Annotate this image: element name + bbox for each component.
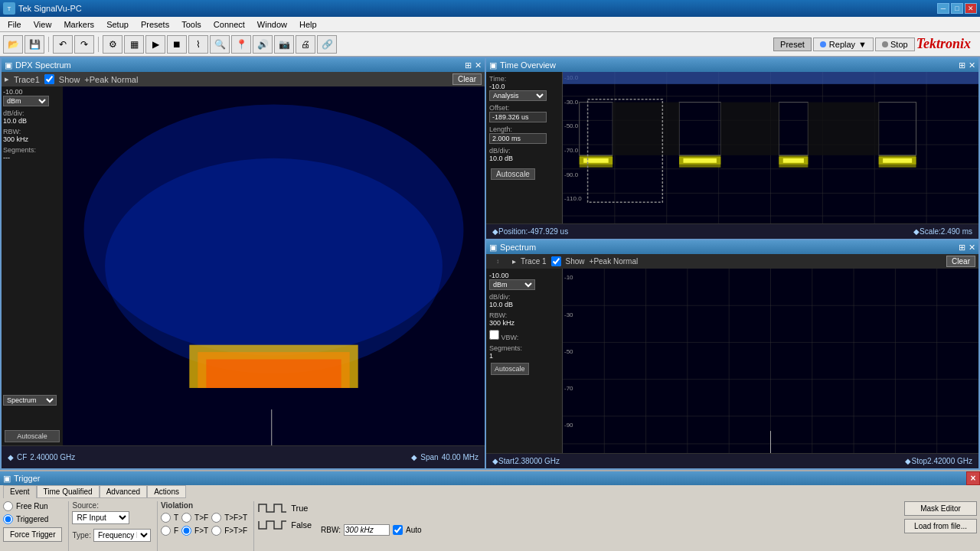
trigger-button[interactable]: ⌇ [188, 35, 208, 54]
trigger-rbw: RBW: Auto [315, 501, 428, 551]
violation-t-radio[interactable] [161, 513, 171, 523]
trigger-close-button[interactable]: × [966, 471, 980, 485]
redo-button[interactable]: ↷ [74, 35, 94, 54]
open-button[interactable]: 📂 [3, 35, 23, 54]
violation-f-radio[interactable] [161, 526, 171, 536]
to-scale-label: Scale: [920, 227, 941, 236]
run-button[interactable]: ▶ [145, 35, 165, 54]
triggered-radio[interactable] [3, 514, 13, 524]
to-time-label: Time: [489, 75, 559, 83]
trigger-violation: Violation T T>F T>F>T F F>T F>T>F [161, 501, 254, 551]
violation-fgtt-radio[interactable] [181, 526, 191, 536]
menu-view[interactable]: View [28, 18, 58, 31]
dpx-cf-label: CF [17, 453, 27, 461]
preset-button[interactable]: Preset [773, 37, 812, 51]
trigger-type-select[interactable]: Frequency Mask [93, 529, 151, 542]
dpx-span-value: 40.00 MHz [442, 453, 479, 461]
dpx-show-checkbox[interactable] [44, 74, 54, 84]
toolbar: 📂 💾 ↶ ↷ ⚙ ▦ ▶ ⏹ ⌇ 🔍 📍 🔊 📷 🖨 🔗 Preset Rep… [0, 32, 980, 57]
trigger-tab-time-qualified[interactable]: Time Qualified [37, 485, 100, 498]
dpx-span-label: Span [420, 453, 438, 461]
replay-button[interactable]: Replay ▼ [813, 37, 874, 51]
trigger-true-row: True [257, 501, 312, 515]
dpx-unit-select[interactable]: dBm [3, 96, 49, 106]
print-button[interactable]: 🖨 [296, 35, 315, 54]
sb-left-controls: -10.00 dBm dB/div: 10.0 dB RBW: 300 kHz [486, 269, 563, 453]
trigger-source-select[interactable]: RF Input [72, 511, 129, 524]
menu-help[interactable]: Help [293, 18, 323, 31]
dpx-peak-label: +Peak Normal [84, 75, 138, 84]
dpx-close-icon[interactable]: ✕ [475, 60, 482, 70]
trigger-violation-label: Violation [161, 501, 247, 510]
trigger-tab-advanced[interactable]: Advanced [100, 485, 147, 498]
svg-text:-90.0: -90.0 [564, 171, 579, 178]
marker-button[interactable]: 📍 [231, 35, 251, 54]
audio-button[interactable]: 🔊 [253, 35, 273, 54]
to-analysis-select[interactable]: Analysis [489, 90, 547, 101]
to-body: Time: -10.0 Analysis Offset: -189.326 us… [486, 72, 978, 223]
maximize-button[interactable]: □ [951, 3, 963, 14]
sb-maximize-icon[interactable]: ⊞ [959, 243, 965, 253]
load-from-file-button[interactable]: Load from file... [904, 519, 977, 533]
trigger-buttons: Mask Editor Load from file... [904, 501, 977, 551]
minimize-button[interactable]: ─ [937, 3, 949, 14]
to-chart: -10.0 -30.0 -50.0 -70.0 -90.0 -110.0 [563, 72, 978, 223]
menu-markers[interactable]: Markers [57, 18, 100, 31]
to-scale-value: 2.490 ms [941, 227, 972, 236]
sb-close-icon[interactable]: ✕ [969, 243, 975, 253]
menu-file[interactable]: File [2, 18, 28, 31]
zoom-button[interactable]: 🔍 [210, 35, 230, 54]
violation-tgtf-radio[interactable] [181, 513, 191, 523]
sb-autoscale-button[interactable]: Autoscale [491, 363, 529, 375]
dpx-maximize-icon[interactable]: ⊞ [465, 60, 472, 70]
trigger-rbw-input[interactable] [344, 524, 390, 536]
svg-rect-38 [206, 359, 341, 388]
settings-button[interactable]: ⚙ [103, 35, 122, 54]
sb-show-checkbox[interactable] [551, 256, 561, 266]
menu-window[interactable]: Window [251, 18, 293, 31]
freerun-radio[interactable] [3, 501, 13, 511]
capture-button[interactable]: 📷 [274, 35, 294, 54]
toolbar-separator-1 [48, 37, 49, 52]
trigger-title-text: Trigger [14, 474, 40, 483]
save-button[interactable]: 💾 [24, 35, 44, 54]
dpx-display-select[interactable]: Spectrum [3, 395, 57, 406]
undo-button[interactable]: ↶ [53, 35, 73, 54]
to-close-icon[interactable]: ✕ [969, 60, 975, 70]
display-button[interactable]: ▦ [124, 35, 144, 54]
force-trigger-button[interactable]: Force Trigger [3, 527, 62, 542]
violation-fgttgtf-radio[interactable] [211, 526, 221, 536]
to-autoscale-button[interactable]: Autoscale [491, 168, 535, 180]
stop-button[interactable]: Stop [875, 37, 915, 51]
trigger-auto-checkbox[interactable] [393, 525, 403, 535]
svg-rect-60 [563, 72, 978, 84]
to-maximize-icon[interactable]: ⊞ [959, 60, 965, 70]
to-dbdiv-label: dB/div: [489, 147, 559, 155]
sb-clear-button[interactable]: Clear [946, 256, 975, 267]
mask-editor-button[interactable]: Mask Editor [904, 501, 977, 516]
sb-trace-label: Trace 1 [521, 257, 547, 266]
to-dbdiv-value: 10.0 dB [489, 155, 559, 162]
violation-t-label: T [174, 514, 178, 522]
svg-rect-78 [720, 103, 779, 155]
sb-vbw-checkbox[interactable] [489, 330, 499, 340]
dpx-autoscale-button[interactable]: Autoscale [5, 430, 60, 442]
menu-setup[interactable]: Setup [100, 18, 135, 31]
window-controls[interactable]: ─ □ ✕ [937, 3, 977, 14]
stop-run-button[interactable]: ⏹ [167, 35, 187, 54]
menu-tools[interactable]: Tools [175, 18, 207, 31]
close-button[interactable]: ✕ [965, 3, 977, 14]
sb-rbw-label: RBW: [489, 311, 559, 319]
trigger-tab-event[interactable]: Event [3, 485, 37, 498]
panels-row: ▣ DPX Spectrum ⊞ ✕ ▸ Trace1 Show +Peak N… [0, 57, 980, 470]
sb-unit-select[interactable]: dBm [489, 279, 535, 290]
menu-presets[interactable]: Presets [135, 18, 175, 31]
sb-segments-value: 1 [489, 352, 559, 360]
violation-tgtfgtt-radio[interactable] [211, 513, 221, 523]
dpx-db-div: dB/div: 10.0 dB [3, 109, 61, 125]
dpx-clear-button[interactable]: Clear [452, 73, 482, 85]
sb-vbw-group: VBW: [489, 330, 559, 341]
link-button[interactable]: 🔗 [317, 35, 337, 54]
trigger-tab-actions[interactable]: Actions [147, 485, 186, 498]
menu-connect[interactable]: Connect [207, 18, 251, 31]
